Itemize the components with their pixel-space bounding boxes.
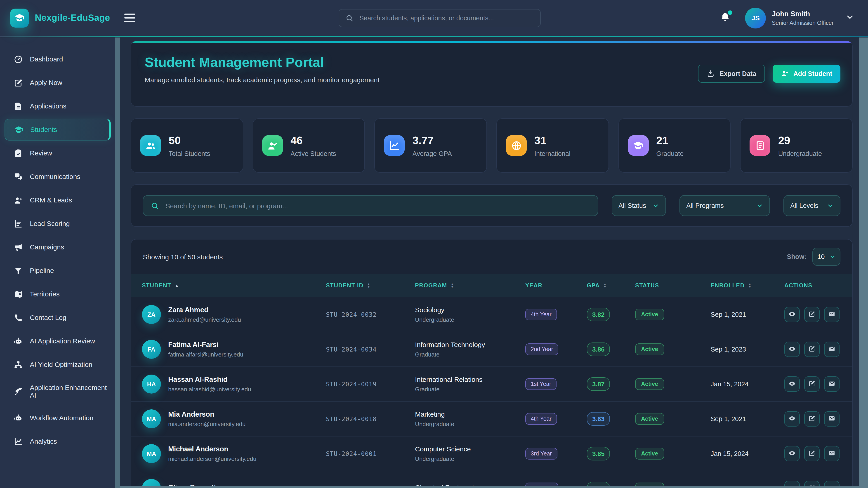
sidebar-item-dashboard[interactable]: Dashboard — [4, 48, 111, 70]
sidebar-item-territories[interactable]: Territories — [4, 283, 111, 305]
add-student-button[interactable]: Add Student — [773, 65, 840, 83]
page-scrollbar[interactable] — [859, 37, 868, 488]
enrolled-date: Sep 1, 2021 — [711, 415, 746, 422]
table-body: ZAZara Ahmedzara.ahmed@university.eduSTU… — [131, 297, 852, 486]
sidebar-item-campaigns[interactable]: Campaigns — [4, 236, 111, 258]
stat-card-international: 31International — [496, 119, 609, 173]
program-cell: MarketingUndergraduate — [415, 410, 525, 427]
download-icon — [707, 70, 715, 78]
mail-icon — [828, 415, 835, 423]
sidebar-item-contact-log[interactable]: Contact Log — [4, 307, 111, 328]
chart-bars-icon — [13, 219, 23, 228]
table-search — [143, 195, 598, 216]
filter-bar: All Status All Programs All Levels — [131, 184, 852, 227]
view-student-button[interactable] — [784, 377, 800, 392]
levels-filter-select[interactable]: All Levels — [783, 195, 840, 216]
stat-label: International — [534, 150, 570, 157]
eye-icon — [788, 380, 796, 388]
book-icon — [750, 135, 771, 156]
year-badge: 1st Year — [525, 378, 557, 390]
file-text-icon — [13, 101, 23, 111]
user-role: Senior Admission Officer — [772, 20, 834, 26]
edit-student-button[interactable] — [804, 341, 819, 357]
student-id: STU-2024-0001 — [326, 450, 377, 457]
global-search-input[interactable] — [359, 14, 534, 22]
sidebar-item-review[interactable]: Review — [4, 142, 111, 164]
header-right: JS John Smith Senior Admission Officer — [720, 7, 868, 28]
stat-label: Total Students — [168, 150, 210, 157]
edit-student-button[interactable] — [804, 481, 819, 486]
sidebar-item-ai-yield-optimization[interactable]: AI Yield Optimization — [4, 354, 111, 376]
email-student-button[interactable] — [824, 341, 839, 357]
column-header-year: YEAR — [525, 283, 587, 289]
sidebar-item-pipeline[interactable]: Pipeline — [4, 260, 111, 282]
email-student-button[interactable] — [824, 446, 839, 461]
edit-student-button[interactable] — [804, 446, 819, 461]
sidebar-item-communications[interactable]: Communications — [4, 166, 111, 188]
sidebar-nav: DashboardApply NowApplicationsStudentsRe… — [0, 48, 115, 452]
sidebar-item-crm-leads[interactable]: CRM & Leads — [4, 189, 111, 211]
status-badge: Active — [635, 413, 664, 425]
table-row: HAHassan Al-Rashidhassan.alrashid@univer… — [131, 367, 852, 402]
year-badge: 4th Year — [525, 413, 557, 425]
user-menu-chevron[interactable] — [845, 12, 855, 23]
edit-icon — [13, 78, 23, 88]
students-table-card: Showing 10 of 50 students Show: 10 STUDE… — [131, 239, 852, 486]
page-size-label: Show: — [787, 253, 807, 260]
menu-toggle-button[interactable] — [124, 11, 140, 25]
program-name: Sociology — [415, 306, 525, 314]
sidebar-item-applications[interactable]: Applications — [4, 95, 111, 117]
status-badge: Active — [635, 344, 664, 355]
edit-student-button[interactable] — [804, 377, 819, 392]
stat-text: 29Undergraduate — [778, 134, 822, 157]
sort-asc-icon: ▲ — [175, 283, 179, 288]
sidebar: DashboardApply NowApplicationsStudentsRe… — [0, 37, 115, 488]
eye-icon — [788, 484, 796, 486]
eye-icon — [788, 415, 796, 423]
table-header-row: STUDENT▲STUDENT ID▲▼PROGRAM▲▼YEARGPA▲▼ST… — [131, 274, 852, 297]
main-content: Student Management Portal Manage enrolle… — [120, 37, 859, 486]
edit-student-button[interactable] — [804, 307, 819, 322]
view-student-button[interactable] — [784, 307, 800, 322]
sidebar-item-analytics[interactable]: Analytics — [4, 431, 111, 452]
sidebar-item-application-enhancement-ai[interactable]: Application Enhancement AI — [4, 377, 111, 405]
student-identity: Oliver Bennett — [168, 483, 216, 486]
stat-label: Undergraduate — [778, 150, 822, 157]
stat-label: Average GPA — [412, 150, 452, 157]
programs-filter-select[interactable]: All Programs — [680, 195, 770, 216]
horizontal-scrollbar[interactable] — [120, 486, 859, 488]
page-size-select[interactable]: 10 — [812, 248, 840, 266]
sidebar-item-students[interactable]: Students — [4, 119, 111, 140]
sidebar-item-lead-scoring[interactable]: Lead Scoring — [4, 213, 111, 234]
sidebar-scrollbar[interactable] — [115, 37, 120, 488]
student-identity: Hassan Al-Rashidhassan.alrashid@universi… — [168, 376, 251, 393]
edit-square-icon — [808, 310, 815, 319]
eye-icon — [788, 449, 796, 458]
email-student-button[interactable] — [824, 481, 839, 486]
student-email: fatima.alfarsi@university.edu — [168, 351, 243, 358]
page-header-card: Student Management Portal Manage enrolle… — [131, 41, 852, 107]
column-header-gpa[interactable]: GPA▲▼ — [587, 283, 635, 289]
email-student-button[interactable] — [824, 307, 839, 322]
view-student-button[interactable] — [784, 341, 800, 357]
status-filter-select[interactable]: All Status — [612, 195, 666, 216]
avatar[interactable]: JS — [745, 7, 766, 28]
table-search-input[interactable] — [164, 201, 590, 210]
actions-cell — [784, 341, 841, 357]
column-header-student-id[interactable]: STUDENT ID▲▼ — [326, 283, 415, 289]
column-header-student[interactable]: STUDENT▲ — [142, 283, 326, 289]
email-student-button[interactable] — [824, 411, 839, 427]
stat-text: 21Graduate — [656, 134, 684, 157]
notifications-button[interactable] — [720, 11, 732, 24]
sidebar-item-apply-now[interactable]: Apply Now — [4, 72, 111, 94]
sidebar-item-ai-application-review[interactable]: AI Application Review — [4, 330, 111, 352]
sidebar-item-workflow-automation[interactable]: Workflow Automation — [4, 407, 111, 429]
email-student-button[interactable] — [824, 377, 839, 392]
export-data-button[interactable]: Export Data — [698, 65, 765, 83]
edit-student-button[interactable] — [804, 411, 819, 427]
view-student-button[interactable] — [784, 446, 800, 461]
column-header-program[interactable]: PROGRAM▲▼ — [415, 283, 525, 289]
view-student-button[interactable] — [784, 411, 800, 427]
column-header-enrolled[interactable]: ENROLLED▲▼ — [711, 283, 784, 289]
view-student-button[interactable] — [784, 481, 800, 486]
